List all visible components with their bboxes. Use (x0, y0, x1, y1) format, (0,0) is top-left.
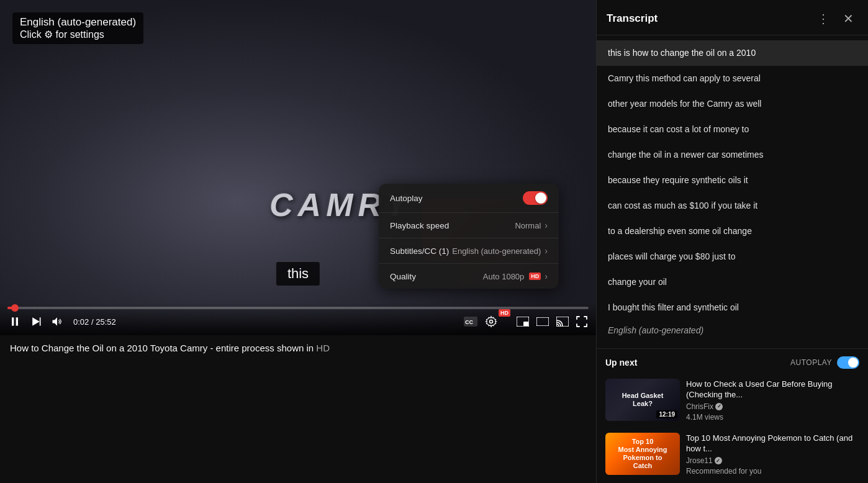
controls-row: 0:02 / 25:52 CC (7, 314, 589, 329)
settings-playback-row[interactable]: Playback speed Normal › (379, 213, 559, 238)
svg-text:CC: CC (465, 319, 473, 325)
autoplay-toggle[interactable] (523, 191, 548, 205)
settings-hd-badge: HD (499, 309, 510, 317)
video-views-1: 4.1M views (686, 413, 859, 422)
transcript-body[interactable]: this is how to change the oil on a 2010 … (597, 35, 868, 348)
transcript-line[interactable]: to a dealership even some oil change (597, 219, 868, 244)
playback-speed-value: Normal › (515, 220, 548, 230)
upnext-header: Up next AUTOPLAY (605, 356, 859, 369)
svg-marker-4 (53, 317, 58, 325)
thumb-duration-1: 12:19 (656, 410, 677, 418)
thumb-text-2: Top 10Most AnnoyingPokemon toCatch (605, 433, 680, 475)
transcript-header: Transcript ⋮ ✕ (597, 0, 868, 35)
transcript-line[interactable]: change your oil (597, 269, 868, 295)
subtitles-value: English (auto-generated) › (452, 246, 548, 256)
video-card-2[interactable]: Top 10Most AnnoyingPokemon toCatch Top 1… (605, 429, 859, 483)
autoplay-area: AUTOPLAY (790, 356, 859, 369)
svg-rect-0 (12, 317, 14, 325)
video-overlay-text: English (auto-generated) Click ⚙ for set… (12, 12, 143, 44)
close-icon: ✕ (843, 11, 854, 26)
transcript-more-button[interactable]: ⋮ (813, 9, 833, 29)
volume-icon (51, 315, 63, 328)
video-section: CAMRY English (auto-generated) Click ⚙ f… (0, 0, 596, 483)
settings-popup: Autoplay Playback speed Normal › Subtitl… (379, 184, 559, 289)
svg-marker-2 (32, 317, 40, 325)
controls-right: CC HD (463, 314, 589, 329)
main-area: CAMRY English (auto-generated) Click ⚙ f… (0, 0, 868, 483)
video-title-1: How to Check a Used Car Before Buying (C… (686, 379, 859, 400)
current-time: 0:02 (73, 317, 89, 327)
autoplay-toggle-btn[interactable] (837, 356, 859, 369)
video-container: CAMRY English (auto-generated) Click ⚙ f… (0, 0, 596, 335)
video-subtitle: this (276, 262, 320, 286)
overlay-line2: Click ⚙ for settings (20, 29, 136, 40)
video-controls: 0:02 / 25:52 CC (0, 303, 596, 335)
pause-icon (9, 315, 21, 328)
transcript-line[interactable]: can cost as much as $100 if you take it (597, 193, 868, 219)
progress-dot (11, 304, 19, 312)
transcript-close-button[interactable]: ✕ (838, 9, 858, 29)
transcript-section: Transcript ⋮ ✕ this is how to change the… (596, 0, 868, 483)
miniplayer-button[interactable] (515, 315, 530, 328)
cc-icon: CC (464, 317, 477, 327)
video-title-2: Top 10 Most Annoying Pokemon to Catch (a… (686, 433, 859, 454)
transcript-line[interactable]: Camry this method can apply to several (597, 66, 868, 91)
settings-subtitles-row[interactable]: Subtitles/CC (1) English (auto-generated… (379, 238, 559, 264)
transcript-line[interactable]: this is how to change the oil on a 2010 (597, 40, 868, 66)
next-icon (30, 315, 42, 328)
video-thumbnail-2: Top 10Most AnnoyingPokemon toCatch (605, 433, 680, 475)
fullscreen-icon (576, 316, 587, 327)
playback-speed-label: Playback speed (390, 221, 449, 230)
video-thumbnail-1: Head GasketLeak? 12:19 (605, 379, 680, 421)
svg-point-7 (490, 320, 493, 323)
svg-rect-9 (523, 322, 528, 326)
transcript-line[interactable]: because it can cost a lot of money to (597, 117, 868, 142)
transcript-language: English (auto-generated) (597, 320, 868, 344)
video-channel-1: ChrisFix ✓ (686, 402, 859, 411)
settings-quality-row[interactable]: Quality Auto 1080p HD › (379, 264, 559, 289)
next-button[interactable] (29, 314, 43, 329)
video-title-hd: HD (316, 343, 330, 353)
subtitles-label: Subtitles/CC (1) (390, 246, 449, 256)
video-channel-2: Jrose11 ✓ (686, 456, 859, 465)
video-info-1: How to Check a Used Car Before Buying (C… (686, 379, 859, 422)
pause-button[interactable] (7, 314, 22, 329)
upnext-label: Up next (605, 358, 637, 368)
transcript-line[interactable]: I bought this filter and synthetic oil (597, 295, 868, 320)
overlay-line1: English (auto-generated) (20, 16, 136, 29)
time-display: 0:02 / 25:52 (73, 317, 116, 327)
autoplay-toggle-thumb (848, 358, 858, 368)
chevron-right-icon: › (545, 220, 548, 230)
chromecast-icon (556, 317, 569, 327)
chromecast-button[interactable] (555, 315, 570, 328)
total-time: 25:52 (96, 317, 116, 327)
cc-button[interactable]: CC (463, 315, 479, 328)
miniplayer-icon (517, 317, 529, 327)
video-title: How to Change the Oil on a 2010 Toyota C… (10, 341, 586, 354)
toggle-thumb (535, 192, 546, 204)
svg-rect-10 (536, 317, 549, 326)
transcript-line[interactable]: because they require synthetic oils it (597, 168, 868, 193)
volume-button[interactable] (50, 314, 65, 329)
theatre-button[interactable] (535, 316, 550, 327)
settings-autoplay-row[interactable]: Autoplay (379, 184, 559, 213)
hd-badge: HD (529, 273, 541, 280)
theatre-icon (536, 317, 549, 326)
transcript-line[interactable]: places will charge you $80 just to (597, 244, 868, 269)
chevron-right-icon-2: › (545, 246, 548, 256)
upnext-section: Up next AUTOPLAY Head GasketLeak? 12:19 … (597, 348, 868, 483)
video-info-2: Top 10 Most Annoying Pokemon to Catch (a… (686, 433, 859, 476)
gear-icon (485, 315, 497, 328)
three-dots-icon: ⋮ (817, 11, 830, 26)
transcript-actions: ⋮ ✕ (813, 9, 858, 29)
fullscreen-button[interactable] (575, 315, 589, 328)
video-card-1[interactable]: Head GasketLeak? 12:19 How to Check a Us… (605, 375, 859, 429)
transcript-line[interactable]: change the oil in a newer car sometimes (597, 142, 868, 168)
svg-rect-3 (40, 317, 41, 325)
autoplay-text: AUTOPLAY (790, 358, 832, 367)
transcript-line[interactable]: other year models for the Camry as well (597, 91, 868, 117)
chevron-right-icon-3: › (545, 271, 548, 281)
autoplay-label: Autoplay (390, 194, 423, 203)
settings-button[interactable] (484, 314, 499, 329)
verified-icon-2: ✓ (715, 457, 722, 464)
